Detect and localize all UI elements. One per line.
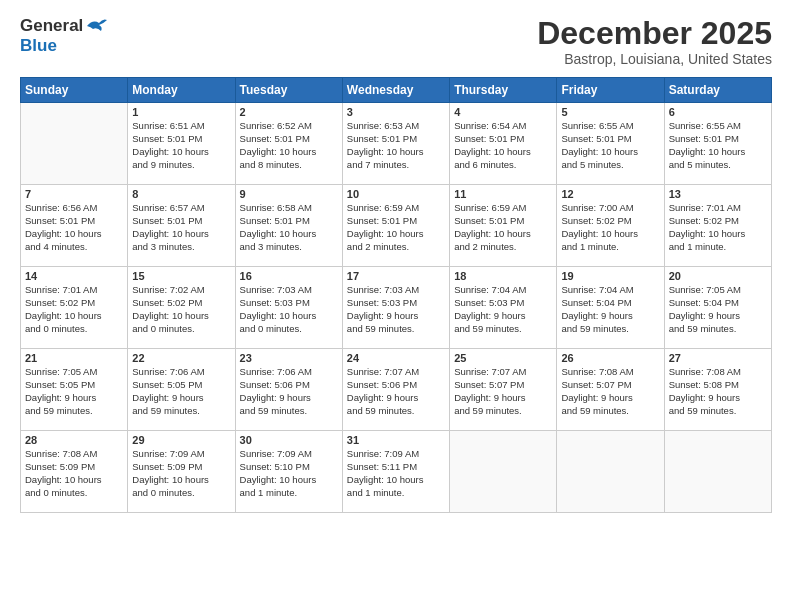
day-number: 26 <box>561 352 659 364</box>
header: General Blue December 2025 Bastrop, Loui… <box>20 16 772 67</box>
day-detail: Sunrise: 7:08 AM Sunset: 5:09 PM Dayligh… <box>25 448 123 499</box>
day-detail: Sunrise: 7:03 AM Sunset: 5:03 PM Dayligh… <box>240 284 338 335</box>
calendar-header-thursday: Thursday <box>450 78 557 103</box>
day-detail: Sunrise: 7:06 AM Sunset: 5:05 PM Dayligh… <box>132 366 230 417</box>
day-detail: Sunrise: 7:06 AM Sunset: 5:06 PM Dayligh… <box>240 366 338 417</box>
logo-general-text: General <box>20 16 83 36</box>
page: General Blue December 2025 Bastrop, Loui… <box>0 0 792 612</box>
day-detail: Sunrise: 6:55 AM Sunset: 5:01 PM Dayligh… <box>669 120 767 171</box>
day-detail: Sunrise: 6:59 AM Sunset: 5:01 PM Dayligh… <box>347 202 445 253</box>
calendar-cell: 4Sunrise: 6:54 AM Sunset: 5:01 PM Daylig… <box>450 103 557 185</box>
logo-blue-text: Blue <box>20 36 57 55</box>
calendar-header-tuesday: Tuesday <box>235 78 342 103</box>
calendar-cell: 6Sunrise: 6:55 AM Sunset: 5:01 PM Daylig… <box>664 103 771 185</box>
calendar-cell: 10Sunrise: 6:59 AM Sunset: 5:01 PM Dayli… <box>342 185 449 267</box>
day-detail: Sunrise: 7:04 AM Sunset: 5:03 PM Dayligh… <box>454 284 552 335</box>
page-subtitle: Bastrop, Louisiana, United States <box>537 51 772 67</box>
day-number: 30 <box>240 434 338 446</box>
calendar-cell: 19Sunrise: 7:04 AM Sunset: 5:04 PM Dayli… <box>557 267 664 349</box>
calendar-cell: 11Sunrise: 6:59 AM Sunset: 5:01 PM Dayli… <box>450 185 557 267</box>
day-number: 13 <box>669 188 767 200</box>
calendar-cell: 23Sunrise: 7:06 AM Sunset: 5:06 PM Dayli… <box>235 349 342 431</box>
day-number: 29 <box>132 434 230 446</box>
day-number: 2 <box>240 106 338 118</box>
calendar-cell: 28Sunrise: 7:08 AM Sunset: 5:09 PM Dayli… <box>21 431 128 513</box>
day-number: 16 <box>240 270 338 282</box>
day-detail: Sunrise: 7:09 AM Sunset: 5:10 PM Dayligh… <box>240 448 338 499</box>
day-number: 23 <box>240 352 338 364</box>
calendar-cell: 31Sunrise: 7:09 AM Sunset: 5:11 PM Dayli… <box>342 431 449 513</box>
day-number: 11 <box>454 188 552 200</box>
calendar-cell: 20Sunrise: 7:05 AM Sunset: 5:04 PM Dayli… <box>664 267 771 349</box>
day-detail: Sunrise: 7:01 AM Sunset: 5:02 PM Dayligh… <box>669 202 767 253</box>
calendar-cell: 17Sunrise: 7:03 AM Sunset: 5:03 PM Dayli… <box>342 267 449 349</box>
calendar-cell: 21Sunrise: 7:05 AM Sunset: 5:05 PM Dayli… <box>21 349 128 431</box>
calendar-cell: 14Sunrise: 7:01 AM Sunset: 5:02 PM Dayli… <box>21 267 128 349</box>
calendar-header-saturday: Saturday <box>664 78 771 103</box>
day-number: 5 <box>561 106 659 118</box>
calendar-table: SundayMondayTuesdayWednesdayThursdayFrid… <box>20 77 772 513</box>
day-detail: Sunrise: 7:02 AM Sunset: 5:02 PM Dayligh… <box>132 284 230 335</box>
day-detail: Sunrise: 7:08 AM Sunset: 5:08 PM Dayligh… <box>669 366 767 417</box>
day-number: 24 <box>347 352 445 364</box>
day-number: 7 <box>25 188 123 200</box>
calendar-cell: 30Sunrise: 7:09 AM Sunset: 5:10 PM Dayli… <box>235 431 342 513</box>
calendar-cell: 7Sunrise: 6:56 AM Sunset: 5:01 PM Daylig… <box>21 185 128 267</box>
day-number: 12 <box>561 188 659 200</box>
page-title: December 2025 <box>537 16 772 51</box>
day-number: 21 <box>25 352 123 364</box>
day-number: 17 <box>347 270 445 282</box>
calendar-cell: 12Sunrise: 7:00 AM Sunset: 5:02 PM Dayli… <box>557 185 664 267</box>
calendar-cell: 5Sunrise: 6:55 AM Sunset: 5:01 PM Daylig… <box>557 103 664 185</box>
calendar-week-3: 14Sunrise: 7:01 AM Sunset: 5:02 PM Dayli… <box>21 267 772 349</box>
day-number: 14 <box>25 270 123 282</box>
day-detail: Sunrise: 6:56 AM Sunset: 5:01 PM Dayligh… <box>25 202 123 253</box>
day-detail: Sunrise: 7:05 AM Sunset: 5:04 PM Dayligh… <box>669 284 767 335</box>
calendar-cell: 9Sunrise: 6:58 AM Sunset: 5:01 PM Daylig… <box>235 185 342 267</box>
day-number: 19 <box>561 270 659 282</box>
day-number: 28 <box>25 434 123 446</box>
day-number: 20 <box>669 270 767 282</box>
day-detail: Sunrise: 7:07 AM Sunset: 5:07 PM Dayligh… <box>454 366 552 417</box>
day-number: 27 <box>669 352 767 364</box>
day-number: 4 <box>454 106 552 118</box>
day-number: 3 <box>347 106 445 118</box>
day-number: 25 <box>454 352 552 364</box>
day-detail: Sunrise: 6:59 AM Sunset: 5:01 PM Dayligh… <box>454 202 552 253</box>
calendar-cell: 29Sunrise: 7:09 AM Sunset: 5:09 PM Dayli… <box>128 431 235 513</box>
calendar-header-friday: Friday <box>557 78 664 103</box>
day-number: 1 <box>132 106 230 118</box>
calendar-week-4: 21Sunrise: 7:05 AM Sunset: 5:05 PM Dayli… <box>21 349 772 431</box>
calendar-cell: 24Sunrise: 7:07 AM Sunset: 5:06 PM Dayli… <box>342 349 449 431</box>
day-detail: Sunrise: 7:05 AM Sunset: 5:05 PM Dayligh… <box>25 366 123 417</box>
calendar-cell: 8Sunrise: 6:57 AM Sunset: 5:01 PM Daylig… <box>128 185 235 267</box>
calendar-week-2: 7Sunrise: 6:56 AM Sunset: 5:01 PM Daylig… <box>21 185 772 267</box>
day-detail: Sunrise: 7:08 AM Sunset: 5:07 PM Dayligh… <box>561 366 659 417</box>
calendar-cell: 25Sunrise: 7:07 AM Sunset: 5:07 PM Dayli… <box>450 349 557 431</box>
calendar-cell <box>664 431 771 513</box>
day-number: 15 <box>132 270 230 282</box>
calendar-cell: 27Sunrise: 7:08 AM Sunset: 5:08 PM Dayli… <box>664 349 771 431</box>
day-number: 10 <box>347 188 445 200</box>
calendar-header-monday: Monday <box>128 78 235 103</box>
calendar-cell: 15Sunrise: 7:02 AM Sunset: 5:02 PM Dayli… <box>128 267 235 349</box>
day-detail: Sunrise: 6:53 AM Sunset: 5:01 PM Dayligh… <box>347 120 445 171</box>
day-detail: Sunrise: 7:04 AM Sunset: 5:04 PM Dayligh… <box>561 284 659 335</box>
day-number: 8 <box>132 188 230 200</box>
logo: General Blue <box>20 16 107 56</box>
day-number: 18 <box>454 270 552 282</box>
day-detail: Sunrise: 7:03 AM Sunset: 5:03 PM Dayligh… <box>347 284 445 335</box>
calendar-week-1: 1Sunrise: 6:51 AM Sunset: 5:01 PM Daylig… <box>21 103 772 185</box>
title-block: December 2025 Bastrop, Louisiana, United… <box>537 16 772 67</box>
day-detail: Sunrise: 7:00 AM Sunset: 5:02 PM Dayligh… <box>561 202 659 253</box>
day-number: 9 <box>240 188 338 200</box>
calendar-header-row: SundayMondayTuesdayWednesdayThursdayFrid… <box>21 78 772 103</box>
day-detail: Sunrise: 6:54 AM Sunset: 5:01 PM Dayligh… <box>454 120 552 171</box>
day-number: 31 <box>347 434 445 446</box>
calendar-cell: 18Sunrise: 7:04 AM Sunset: 5:03 PM Dayli… <box>450 267 557 349</box>
calendar-week-5: 28Sunrise: 7:08 AM Sunset: 5:09 PM Dayli… <box>21 431 772 513</box>
day-number: 22 <box>132 352 230 364</box>
calendar-header-sunday: Sunday <box>21 78 128 103</box>
day-detail: Sunrise: 6:51 AM Sunset: 5:01 PM Dayligh… <box>132 120 230 171</box>
day-detail: Sunrise: 7:09 AM Sunset: 5:09 PM Dayligh… <box>132 448 230 499</box>
